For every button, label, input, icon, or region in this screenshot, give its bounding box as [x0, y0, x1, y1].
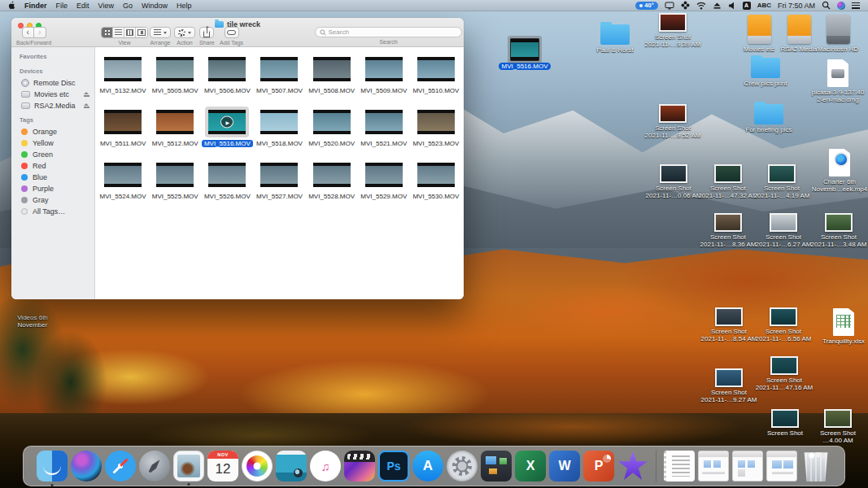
view-coverflow-button[interactable] [136, 28, 147, 37]
dock-item-itunes[interactable]: ♫ [310, 451, 341, 481]
desktop-icon-screenshot-836[interactable]: Screen Shot 2021-11-…8.36 AM [702, 213, 754, 248]
desktop-icon-screenshot-400[interactable]: Screen Shot …4.00 AM [812, 409, 864, 444]
file-item[interactable]: MVI_5529.MOV [358, 159, 410, 212]
dock-item-powerpoint[interactable]: P [583, 451, 614, 481]
file-item[interactable]: MVI_5526.MOV [201, 159, 253, 212]
menu-item[interactable]: Finder [24, 2, 47, 10]
desktop-icon-picasa-dmg[interactable]: picasa-3-9-137.40 2-en-mac.dmg [812, 59, 864, 103]
weather-badge[interactable]: 40° [635, 2, 657, 10]
search-input[interactable] [329, 28, 458, 36]
file-item[interactable]: MVI_5507.MOV [253, 54, 305, 107]
dock-item-excel[interactable]: X [515, 451, 546, 481]
desktop-icon-for-briefing-pics[interactable]: For briefing pics [743, 104, 795, 133]
desktop-icon-screenshot-952[interactable]: Screen Shot 2021-11-…9.52 AM [647, 104, 699, 139]
desktop-icon-videos-6th-november[interactable]: Videos 6th November [7, 314, 59, 329]
desktop-icon-macintosh-hd[interactable]: Macintosh HD [812, 15, 864, 53]
sidebar-item-movies-etc[interactable]: Movies etc [11, 89, 94, 100]
display-icon[interactable] [665, 2, 674, 10]
desktop-icon-screenshot-006[interactable]: Screen Shot 2021-11-…0.06 AM [648, 164, 700, 199]
action-button[interactable] [174, 27, 195, 38]
search-field[interactable] [315, 27, 462, 37]
file-item[interactable]: MVI_5524.MOV [97, 159, 149, 212]
file-item[interactable]: MVI_5528.MOV [306, 159, 358, 212]
view-list-button[interactable] [113, 28, 124, 37]
dock-item-safari[interactable] [105, 451, 136, 481]
desktop-icon-tranquility-xlsx[interactable]: Tranquility.xlsx [818, 308, 868, 345]
dock-item-minimized-window-3[interactable] [766, 451, 797, 481]
dock-separator[interactable] [656, 450, 656, 482]
menu-item[interactable]: Go [123, 2, 133, 10]
wifi-icon[interactable] [696, 2, 706, 10]
add-tags-button[interactable] [225, 27, 239, 38]
siri-menu-icon[interactable] [837, 2, 845, 10]
dock-item-minimized-window-2[interactable] [732, 451, 763, 481]
sidebar-item-rsa2-media[interactable]: RSA2.Media [11, 100, 94, 111]
eject-icon[interactable] [84, 92, 89, 98]
file-item[interactable]: MVI_5509.MOV [358, 54, 410, 107]
sidebar-item-remote-disc[interactable]: Remote Disc [11, 77, 94, 89]
desktop-icon-screenshot-656[interactable]: Screen Shot 2021-11-…6.56 AM [757, 307, 809, 342]
menu-item[interactable]: File [56, 2, 68, 10]
file-item[interactable]: MVI_5527.MOV [253, 159, 305, 212]
dock-item-siri[interactable] [71, 451, 102, 481]
menu-clock[interactable]: Fri 7:50 AM [778, 2, 815, 10]
back-button[interactable]: ‹ [22, 27, 34, 38]
view-icons-button[interactable] [102, 28, 113, 37]
desktop-icon-crew-pics-print[interactable]: Crew pics print [739, 58, 792, 87]
sidebar-tag-yellow[interactable]: Yellow [11, 137, 94, 149]
dock-item-photoshop[interactable]: Ps [378, 451, 409, 481]
desktop-icon-screenshot-4732[interactable]: Screen Shot 2021-11-…47.32 AM [702, 164, 754, 199]
file-item[interactable]: MVI_5520.MOV [306, 107, 358, 159]
file-item[interactable]: MVI_5516.MOV [201, 107, 253, 159]
sidebar-tag-blue[interactable]: Blue [11, 172, 94, 183]
desktop-icon-screenshot-939[interactable]: Screen Shot 2021-11-…9.39 AM [647, 13, 699, 48]
desktop-icon-screenshot-854[interactable]: Screen Shot 2021-11-…8.54 AM [703, 307, 755, 342]
dock-item-mail[interactable] [173, 451, 204, 481]
menu-item[interactable]: Window [142, 2, 168, 10]
file-item[interactable]: MVI_5505.MOV [149, 54, 201, 107]
volume-icon[interactable] [728, 2, 736, 10]
dock-item-launchpad[interactable] [139, 451, 170, 481]
menu-item[interactable]: View [98, 2, 114, 10]
dock-item-calendar[interactable]: NOV 12 [207, 451, 238, 481]
dock-item-photos[interactable] [242, 451, 273, 481]
dock-item-system-preferences[interactable] [447, 451, 478, 481]
notification-center-icon[interactable] [852, 2, 860, 9]
desktop-icon-mvi-5516[interactable]: MVI_5516.MOV [499, 38, 551, 70]
dock-item-mission-control[interactable] [481, 451, 512, 481]
dock-item-finder[interactable] [37, 451, 68, 481]
desktop-icon-screenshot-348[interactable]: Screen Shot 2021-11-…3.48 AM [813, 213, 865, 248]
file-item[interactable]: MVI_5521.MOV [358, 107, 410, 159]
file-item[interactable]: MVI_5512.MOV [149, 107, 201, 159]
sidebar-tag-red[interactable]: Red [11, 160, 94, 172]
sidebar-tag-orange[interactable]: Orange [11, 126, 94, 137]
desktop-icon-screenshot-927[interactable]: Screen Shot 2021-11-…9.27 AM [703, 368, 755, 403]
arrange-button[interactable] [150, 27, 171, 38]
sidebar-tag-green[interactable]: Green [11, 149, 94, 160]
dock-item-app-store[interactable]: A [412, 451, 443, 481]
forward-button[interactable]: › [34, 27, 46, 38]
window-titlebar[interactable]: tile wreck ‹ › Back/Forward View Arrange [11, 18, 464, 47]
desktop-icon-screenshot-627[interactable]: Screen Shot 2021-11-…6.27 AM [757, 213, 809, 248]
dock-item-minimized-window-1[interactable] [698, 451, 729, 481]
desktop-icon-paul-and-horst[interactable]: Paul & Horst [589, 24, 641, 54]
menu-item[interactable]: Edit [76, 2, 89, 10]
sidebar-all-tags[interactable]: All Tags… [11, 206, 94, 217]
input-source-label[interactable]: ABC [757, 2, 771, 9]
spotlight-search-icon[interactable] [822, 1, 831, 10]
fan-icon[interactable] [681, 1, 690, 10]
eject-icon[interactable] [713, 2, 722, 10]
file-item[interactable]: MVI_5510.MOV [410, 54, 462, 107]
file-item[interactable]: MVI_5511.MOV [97, 107, 149, 159]
dock-item-document-stack[interactable] [664, 451, 695, 481]
file-item[interactable]: MVI_5506.MOV [201, 54, 253, 107]
dock-item-final-cut-pro[interactable] [344, 451, 375, 481]
file-item[interactable]: MVI_5523.MOV [410, 107, 462, 159]
sidebar-tag-purple[interactable]: Purple [11, 183, 94, 194]
file-item[interactable]: MVI_5518.MOV [253, 107, 305, 159]
desktop-icon-screenshot-4716[interactable]: Screen Shot 2021-11…47.16 AM [758, 356, 810, 391]
apple-menu[interactable] [8, 1, 15, 10]
file-item[interactable]: MVI_5525.MOV [149, 159, 201, 212]
desktop-icon-screenshot-419[interactable]: Screen Shot 2021-11-…4.19 AM [756, 164, 808, 199]
dock-item-image-capture[interactable] [276, 451, 307, 481]
